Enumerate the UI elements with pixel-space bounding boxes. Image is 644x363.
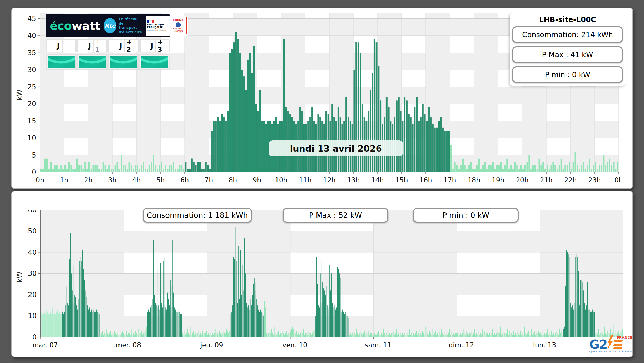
svg-text:21h: 21h <box>540 176 553 184</box>
g2e-logo: FRANCE G2 Optimisation des ressources én… <box>589 337 632 355</box>
svg-text:20h: 20h <box>516 176 529 184</box>
svg-text:22h: 22h <box>564 176 577 184</box>
g2e-e-icon <box>614 340 622 349</box>
daily-consumption-stat: Consommation: 214 kWh <box>512 26 623 43</box>
day-button-j[interactable]: J <box>47 40 75 52</box>
svg-text:13h: 13h <box>347 176 360 184</box>
svg-text:11h: 11h <box>299 176 312 184</box>
ecowatt-signal-thumbnail-j1[interactable] <box>78 55 106 69</box>
svg-text:4h: 4h <box>132 176 141 184</box>
svg-text:23h: 23h <box>588 176 601 184</box>
svg-text:10h: 10h <box>275 176 288 184</box>
weekly-chart-panel: 0102030405060mar. 07mer. 08jeu. 09ven. 1… <box>11 191 633 357</box>
svg-text:19h: 19h <box>492 176 504 184</box>
y-axis-unit-label: kW <box>15 89 23 100</box>
forecast-thumbnails <box>46 54 170 70</box>
svg-text:sam. 11: sam. 11 <box>365 341 391 349</box>
ecowatt-signal-thumbnail-j3[interactable] <box>140 55 169 69</box>
svg-text:30: 30 <box>27 66 36 74</box>
svg-text:8h: 8h <box>229 176 237 184</box>
rte-logo-icon: Rte <box>104 18 116 33</box>
day-button-j3[interactable]: J+ 3 <box>141 40 169 52</box>
svg-text:18h: 18h <box>468 176 480 184</box>
svg-text:5: 5 <box>32 151 36 159</box>
svg-text:10: 10 <box>28 312 37 320</box>
y-axis-unit-label: kW <box>15 271 23 282</box>
svg-text:50: 50 <box>28 227 37 235</box>
svg-text:14h: 14h <box>371 176 384 184</box>
svg-text:ven. 10: ven. 10 <box>282 341 307 349</box>
weekly-consumption-stat: Consommation: 1 181 kWh <box>143 208 252 223</box>
svg-text:9h: 9h <box>253 176 261 184</box>
ecowatt-signal-thumbnail-j2[interactable] <box>109 55 137 69</box>
svg-text:15: 15 <box>27 117 36 125</box>
svg-text:mar. 07: mar. 07 <box>32 341 58 349</box>
svg-text:25: 25 <box>27 83 36 91</box>
svg-text:16h: 16h <box>419 176 432 184</box>
svg-text:7h: 7h <box>204 176 213 184</box>
svg-text:mer. 08: mer. 08 <box>116 341 141 349</box>
svg-text:45: 45 <box>27 15 36 23</box>
svg-text:30: 30 <box>28 269 37 277</box>
svg-text:60: 60 <box>28 210 37 214</box>
site-info-card: LHB-site-L00C Consommation: 214 kWh P Ma… <box>510 12 626 86</box>
ademe-globe-icon <box>176 22 181 27</box>
weekly-power-chart[interactable]: 0102030405060mar. 07mer. 08jeu. 09ven. 1… <box>25 210 624 350</box>
day-button-j2[interactable]: J+ 2 <box>109 40 138 52</box>
svg-text:6h: 6h <box>180 176 189 184</box>
daily-pmin-stat: P min : 0 kW <box>512 66 623 83</box>
government-badges: RÉPUBLIQUEFRANÇAISE Liberté Égalité Frat… <box>146 16 188 36</box>
weekly-pmax-stat: P Max : 52 kW <box>283 208 388 223</box>
weekly-pmin-stat: P min : 0 kW <box>413 208 519 223</box>
svg-text:0: 0 <box>32 168 36 176</box>
svg-text:lun. 13: lun. 13 <box>533 341 556 349</box>
chart-date-label: lundi 13 avril 2026 <box>269 140 403 156</box>
svg-text:5h: 5h <box>156 176 165 184</box>
republique-francaise-badge: RÉPUBLIQUEFRANÇAISE Liberté Égalité Frat… <box>147 20 168 31</box>
french-flag-icon <box>147 20 154 23</box>
svg-text:40: 40 <box>28 248 37 256</box>
svg-text:2h: 2h <box>84 176 92 184</box>
svg-text:3h: 3h <box>108 176 116 184</box>
svg-text:12h: 12h <box>323 176 336 184</box>
svg-text:0h: 0h <box>614 176 620 184</box>
rte-tagline: Le réseau de transport d'électricité <box>118 17 142 34</box>
svg-text:0: 0 <box>32 333 37 341</box>
day-button-j1[interactable]: J+ 1 <box>78 40 107 52</box>
svg-text:dim. 12: dim. 12 <box>449 341 474 349</box>
svg-text:10: 10 <box>27 134 36 142</box>
site-name: LHB-site-L00C <box>512 14 623 26</box>
energy-dashboard: { "app": {"background": "#575757"}, "top… <box>0 0 644 363</box>
rte-logo: Rte Le réseau de transport d'électricité <box>104 17 142 34</box>
ecowatt-banner: écowatt Rte Le réseau de transport d'éle… <box>46 14 170 37</box>
svg-text:0h: 0h <box>36 176 44 184</box>
svg-text:1h: 1h <box>60 176 68 184</box>
svg-text:40: 40 <box>27 32 36 40</box>
ecowatt-signal-thumbnail-j[interactable] <box>47 55 75 69</box>
svg-text:17h: 17h <box>443 176 456 184</box>
svg-text:20: 20 <box>28 291 37 299</box>
svg-text:15h: 15h <box>395 176 408 184</box>
ecowatt-logo: écowatt <box>50 20 100 32</box>
lightning-bolt-icon <box>607 335 614 350</box>
daily-pmax-stat: P Max : 41 kW <box>512 46 623 63</box>
svg-text:35: 35 <box>27 49 36 57</box>
svg-text:20: 20 <box>27 100 36 108</box>
ademe-badge: ADEME AGENCE DE LA TRANSITION ÉCOLOGIQUE <box>170 17 187 34</box>
svg-text:jeu. 09: jeu. 09 <box>200 341 223 349</box>
forecast-day-buttons: J J+ 1 J+ 2 J+ 3 <box>46 39 170 52</box>
daily-chart-panel: 0510152025303540450h1h2h3h4h5h6h7h8h9h10… <box>11 8 633 189</box>
